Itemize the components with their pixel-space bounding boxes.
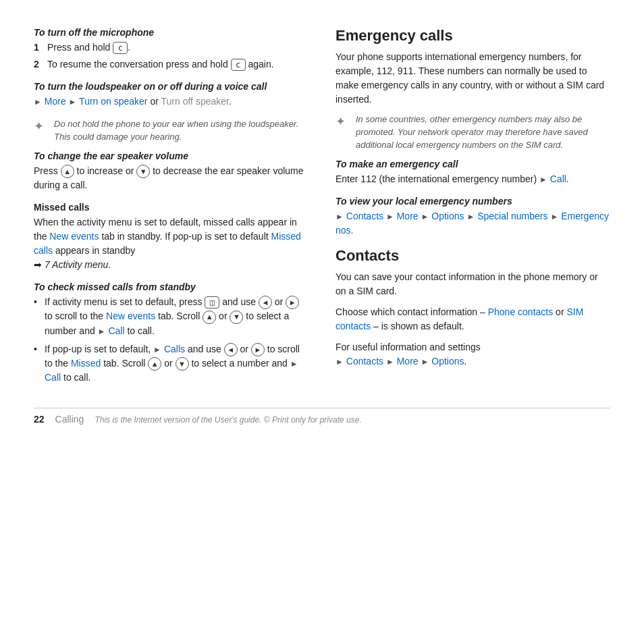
c-key-2: c [231,59,246,71]
bullet-2: • If pop-up is set to default, ► Calls a… [34,342,308,385]
scroll-up: ▲ [203,311,216,324]
contacts-body1: You can save your contact information in… [336,270,610,298]
check-missed-calls-title: To check missed calls from standby [34,281,308,292]
activity-key: ​◫ [205,296,219,308]
loudspeaker-tip: ✦ Do not hold the phone to your ear when… [34,118,308,144]
down-icon: ▼ [136,165,150,178]
emergency-heading: Emergency calls [336,27,610,45]
page-layout: To turn off the microphone 1 Press and h… [34,27,610,394]
nav-left: ◄ [259,296,272,309]
loudspeaker-section: To turn the loudspeaker on or off during… [34,81,308,109]
left-column: To turn off the microphone 1 Press and h… [34,27,308,394]
mic-step-2: 2 To resume the conversation press and h… [34,57,308,72]
make-call-title: To make an emergency call [336,159,610,169]
make-call-body: Enter 112 (the international emergency n… [336,173,537,184]
scroll-up2: ▲ [148,357,161,371]
options-link2: Options [431,356,464,367]
turn-off-speaker-link: Turn off speaker [161,96,229,107]
contacts-body3: For useful information and settings ► Co… [336,340,610,369]
missed-tab-link: Missed [71,358,101,369]
more-link3: More [397,356,419,367]
make-emergency-call: To make an emergency call Enter 112 (the… [336,159,610,186]
turn-off-mic-section: To turn off the microphone 1 Press and h… [34,27,308,72]
turn-off-mic-title: To turn off the microphone [34,27,308,38]
contacts-link2: Contacts [346,356,383,367]
bullet-1: • If activity menu is set to default, pr… [34,295,308,338]
up-icon: ▲ [61,165,74,178]
view-local-section: To view your local emergency numbers ► C… [336,196,610,238]
emergency-section: Emergency calls Your phone supports inte… [336,27,610,238]
turn-on-speaker-link: Turn on speaker [79,96,147,107]
loudspeaker-title: To turn the loudspeaker on or off during… [34,81,308,92]
check-missed-calls-section: To check missed calls from standby • If … [34,281,308,385]
phone-contacts-link: Phone contacts [488,306,554,317]
nav-left2: ◄ [224,343,238,356]
mic-step-1: 1 Press and hold c. [34,41,308,55]
contacts-link1: Contacts [346,211,383,221]
emergency-call-link: Call [550,173,566,184]
more-link: More [45,96,66,107]
nav-right2: ► [251,343,265,356]
footer: 22 Calling This is the Internet version … [34,408,610,425]
missed-calls-section: Missed calls When the activity menu is s… [34,202,308,272]
contacts-section: Contacts You can save your contact infor… [336,247,610,369]
emergency-body: Your phone supports international emerge… [336,50,610,107]
view-local-title: To view your local emergency numbers [336,196,610,207]
activity-menu-ref: ➡ 7 Activity menu. [34,259,111,270]
scroll-down: ▼ [230,311,243,324]
options-link1: Options [431,211,464,221]
new-events-link2: New events [106,311,155,321]
c-key: c [113,42,128,54]
contacts-heading: Contacts [336,247,610,265]
new-events-link: New events [49,231,99,242]
tip-icon: ✦ [34,118,49,144]
tip-text: Do not hold the phone to your ear when u… [54,118,308,144]
ear-speaker-title: To change the ear speaker volume [34,151,308,161]
ear-speaker-section: To change the ear speaker volume Press ▲… [34,151,308,192]
footer-note: This is the Internet version of the User… [95,415,361,425]
calls-link: Calls [164,344,185,354]
contacts-body2: Choose which contact information – Phone… [336,305,610,333]
emergency-tip-text: In some countries, other emergency numbe… [356,113,610,152]
nav-right: ► [286,296,299,309]
footer-section: Calling [55,414,84,425]
special-numbers-link: Special numbers [477,211,547,221]
mic-steps: 1 Press and hold c. 2 To resume the conv… [34,41,308,72]
missed-calls-bullets: • If activity menu is set to default, pr… [34,295,308,385]
missed-calls-heading: Missed calls [34,202,308,213]
more-link2: More [397,211,419,221]
emergency-tip-icon: ✦ [336,113,350,152]
emergency-tip: ✦ In some countries, other emergency num… [336,113,610,152]
right-column: Emergency calls Your phone supports inte… [336,27,610,394]
arrow-more: ► [34,97,42,107]
footer-page: 22 [34,414,45,425]
call-link2: Call [45,372,61,383]
scroll-down2: ▼ [176,357,189,371]
call-link1: Call [108,325,124,336]
